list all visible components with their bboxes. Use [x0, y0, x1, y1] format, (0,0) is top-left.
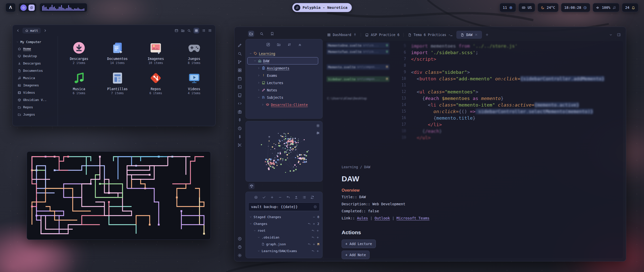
notes-button[interactable] — [28, 5, 35, 11]
sidebar-item-home[interactable]: Home — [16, 45, 54, 52]
preview-panel-icon[interactable] — [175, 29, 178, 32]
code-line[interactable]: 16 {memento.title} — [397, 115, 605, 121]
graph-view-panel[interactable] — [246, 121, 323, 182]
clear-input-icon[interactable] — [313, 205, 317, 209]
refresh-icon[interactable] — [310, 195, 314, 199]
unstage-all-icon[interactable] — [278, 195, 282, 199]
code-line[interactable]: 12 <ul class="mementoes"> — [397, 88, 605, 95]
tab-tema-6-practicas[interactable]: Tema 6 Prácticas -… — [404, 31, 456, 39]
search-icon[interactable] — [187, 29, 191, 32]
code-line[interactable]: 10 <button class="add-memento" on:click=… — [397, 75, 605, 82]
push-icon[interactable] — [294, 195, 298, 199]
code-line[interactable]: 9<div class="sidebar"> — [397, 69, 605, 75]
add-note-button[interactable]: + Add Note — [342, 251, 370, 259]
clock-module[interactable]: 18:08:28 — [561, 3, 590, 12]
code-line[interactable]: 7</script> — [397, 56, 605, 62]
git-row-changes[interactable]: Changes 2 — [248, 220, 320, 227]
commit-icon[interactable] — [254, 195, 258, 199]
sidebar-header[interactable]: My Computer — [16, 39, 54, 45]
window-count-module[interactable]: 11 — [500, 3, 516, 12]
stage-all-icon[interactable] — [270, 195, 274, 199]
scissors-icon[interactable] — [237, 143, 242, 147]
files-tab[interactable] — [248, 31, 254, 37]
code-line[interactable]: 17 </li> — [397, 121, 605, 128]
record-icon[interactable] — [237, 236, 242, 241]
code-line[interactable]: 18 {/each} — [397, 128, 605, 134]
calendar-icon[interactable] — [237, 76, 242, 81]
folder-imagenes[interactable]: Imagenes 10 items — [137, 41, 175, 65]
new-folder-icon[interactable] — [277, 43, 281, 47]
dollar-icon[interactable] — [237, 134, 242, 139]
code-line[interactable]: 5import mementoes from '../../store.js' — [397, 43, 605, 49]
camera-icon[interactable] — [237, 110, 242, 114]
editor-area[interactable]: MementoOne.sveltesrc\co...UMementoTwo.sv… — [323, 41, 623, 258]
folder-musica[interactable]: Musica 6 items — [60, 71, 98, 95]
link-outlook[interactable]: Outlook — [375, 216, 390, 220]
notifications-module[interactable]: 24 — [622, 3, 638, 12]
sidebar-item-desktop[interactable]: Desktop — [16, 52, 54, 60]
graph-settings-icon[interactable] — [316, 124, 320, 128]
random-note-icon[interactable] — [237, 68, 242, 73]
new-folder-icon[interactable] — [181, 29, 185, 32]
tab-daw[interactable]: DAW — [456, 31, 482, 39]
forward-icon[interactable] — [43, 29, 47, 32]
terminal-icon[interactable] — [237, 85, 242, 89]
collapse-all-icon[interactable] — [298, 43, 302, 47]
search-icon[interactable] — [237, 51, 242, 56]
code-line[interactable]: 15 on:click={() => sidebarController.sel… — [397, 108, 605, 115]
new-note-icon[interactable] — [237, 43, 242, 48]
add-lecture-button[interactable]: + Add Lecture — [342, 240, 376, 248]
tab-dashboard[interactable]: Dashboard — [323, 31, 361, 39]
local-graph[interactable] — [246, 122, 322, 181]
explorer-item-daw[interactable]: DAW — [247, 57, 318, 64]
power-button[interactable] — [20, 5, 27, 11]
code-icon[interactable] — [237, 101, 242, 106]
media-player-widget[interactable]: Polyphia - Neurotica — [292, 3, 352, 12]
scale-icon[interactable] — [249, 183, 255, 189]
folder-descargas[interactable]: Descargas 2 items — [60, 41, 98, 65]
tab-asp-practice-6[interactable]: ASP Practice 6 — [361, 31, 404, 39]
pin-icon[interactable] — [237, 118, 242, 122]
sidebar-item-descargas[interactable]: Descargas — [16, 60, 54, 67]
bookmarks-tab[interactable] — [269, 31, 275, 37]
tab-list-icon[interactable] — [609, 33, 613, 37]
grid-view-button[interactable] — [193, 28, 199, 33]
graph-filter-icon[interactable] — [316, 131, 320, 135]
explorer-item-notes[interactable]: Notes — [247, 86, 321, 94]
sidebar-item-videos[interactable]: Videos — [16, 89, 54, 96]
search-tab[interactable] — [259, 31, 265, 37]
keyboard-layout-module[interactable]: US — [518, 3, 535, 12]
link-aules[interactable]: Aules — [357, 216, 368, 220]
code-line[interactable]: 19 </ul> — [397, 134, 605, 141]
new-tab-icon[interactable] — [485, 33, 489, 37]
sidebar-item-musica[interactable]: Musica — [16, 74, 54, 82]
volume-module[interactable]: 100% — [593, 3, 619, 12]
git-row-learning-daw-exams[interactable]: Learning/DAW/Exams — [248, 248, 320, 254]
check-icon[interactable] — [262, 195, 266, 199]
commit-message-input[interactable]: vault backup: {{date}} — [248, 202, 320, 211]
folder-videos[interactable]: Videos 4 items — [175, 71, 214, 95]
sidebar-item-repos[interactable]: Repos — [16, 104, 54, 111]
history-icon[interactable] — [237, 126, 242, 131]
sidebar-item-documentos[interactable]: Documentos — [16, 67, 54, 74]
menu-icon[interactable] — [208, 29, 212, 32]
explorer-item-lectures[interactable]: Lectures — [247, 79, 321, 86]
git-branch-icon[interactable] — [237, 60, 242, 64]
sidebar-item-imagenes[interactable]: Imagenes — [16, 82, 54, 89]
explorer-item-assignments[interactable]: Assignments — [247, 64, 321, 72]
code-line[interactable]: 13 {#each $mementoes as memento} — [397, 95, 605, 101]
launcher-button[interactable]: Λ — [6, 3, 16, 12]
discard-icon[interactable] — [286, 195, 290, 199]
code-line[interactable]: 8 — [397, 62, 605, 69]
weather-module[interactable]: 24°C — [538, 3, 558, 12]
git-row-staged[interactable]: Staged Changes 0 — [248, 214, 320, 220]
sidebar-item-obsidian-vault[interactable]: Obsidian V.. — [16, 96, 54, 104]
new-note-icon[interactable] — [266, 43, 270, 47]
split-pane-icon[interactable] — [617, 33, 621, 37]
folder-repos[interactable]: Repos 6 items — [137, 71, 175, 95]
git-row-root[interactable]: root — [248, 227, 320, 234]
folder-plantillas[interactable]: Plantillas 7 items — [98, 71, 137, 95]
book-icon[interactable] — [237, 93, 242, 97]
git-row-graph-json[interactable]: graph.json M — [248, 241, 320, 248]
list-view-icon[interactable] — [202, 29, 206, 32]
